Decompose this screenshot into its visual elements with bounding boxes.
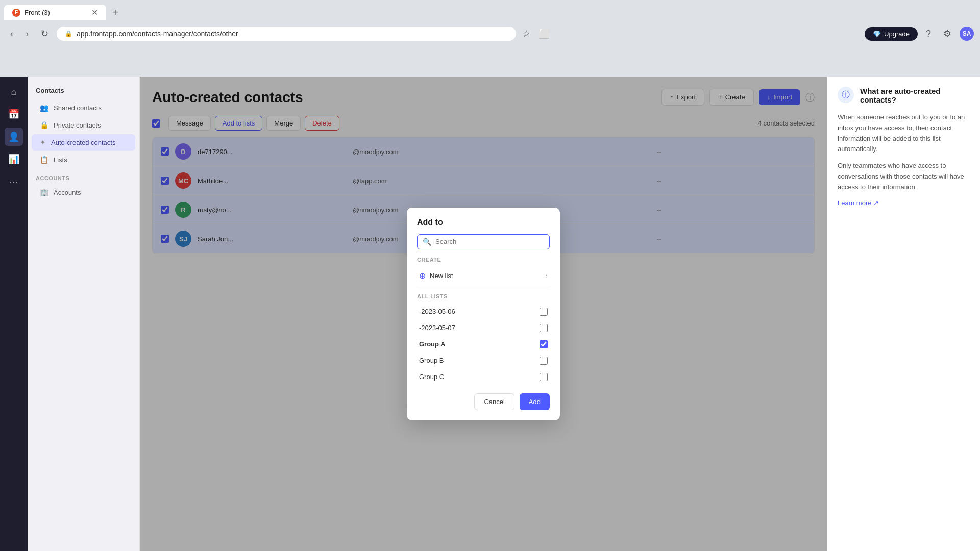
tab-favicon: F [12, 9, 20, 17]
accounts-section-title: Accounts [28, 169, 139, 183]
shared-contacts-icon: 👥 [40, 104, 48, 112]
info-panel-header: ⓘ What are auto-created contacts? [838, 87, 970, 104]
auto-created-label: Auto-created contacts [51, 139, 115, 146]
gem-icon: 💎 [873, 30, 881, 38]
list-checkbox[interactable] [540, 324, 548, 332]
info-panel-body2: Only teammates who have access to conver… [838, 161, 970, 192]
list-label: Group B [419, 357, 444, 364]
url-bar[interactable]: 🔒 app.frontapp.com/contacts-manager/cont… [57, 27, 516, 41]
url-text: app.frontapp.com/contacts-manager/contac… [77, 30, 508, 38]
list-label: Group A [419, 340, 446, 348]
contacts-icon-button[interactable]: 👤 [5, 128, 23, 146]
list-checkbox[interactable] [540, 308, 548, 316]
accounts-icon: 🏢 [40, 188, 48, 196]
list-item-group-c[interactable]: Group C [417, 369, 550, 385]
calendar-icon-button[interactable]: 📅 [5, 105, 23, 123]
accounts-label: Accounts [54, 189, 81, 196]
list-checkbox[interactable] [540, 373, 548, 381]
shared-contacts-label: Shared contacts [54, 104, 102, 112]
modal-overlay: Add to 🔍 Create ⊕ New list › All lists -… [140, 77, 827, 551]
sidebar-item-lists[interactable]: 📋 Lists [32, 152, 135, 168]
bookmark-button[interactable]: ☆ [520, 26, 532, 41]
create-section-label: Create [417, 257, 550, 263]
add-to-modal: Add to 🔍 Create ⊕ New list › All lists -… [407, 208, 560, 420]
list-item-group-a[interactable]: Group A [417, 336, 550, 353]
help-button[interactable]: ? [922, 27, 935, 41]
back-button[interactable]: ‹ [6, 27, 17, 41]
new-tab-button[interactable]: + [106, 5, 125, 20]
info-panel-title: What are auto-created contacts? [860, 87, 970, 104]
info-panel-body1: When someone reaches out to you or to an… [838, 112, 970, 155]
auto-created-icon: ✦ [40, 138, 46, 146]
forward-button[interactable]: › [21, 27, 33, 41]
analytics-icon-button[interactable]: 📊 [5, 150, 23, 168]
cancel-button[interactable]: Cancel [474, 393, 514, 410]
add-button[interactable]: Add [520, 393, 550, 410]
modal-divider [417, 289, 550, 289]
contacts-section-title: Contacts [28, 85, 139, 98]
tab-close-button[interactable]: ✕ [91, 8, 98, 17]
info-panel-icon: ⓘ [838, 87, 854, 103]
sidebar-item-private-contacts[interactable]: 🔒 Private contacts [32, 117, 135, 133]
list-item-2023-05-07[interactable]: -2023-05-07 [417, 320, 550, 336]
list-item-2023-05-06[interactable]: -2023-05-06 [417, 304, 550, 320]
list-checkbox[interactable] [540, 357, 548, 365]
settings-button[interactable]: ⚙ [939, 26, 955, 41]
modal-footer: Cancel Add [417, 393, 550, 410]
sidebar-item-auto-created[interactable]: ✦ Auto-created contacts [32, 134, 135, 151]
arrow-icon: › [545, 271, 548, 280]
list-label: -2023-05-06 [419, 308, 455, 315]
new-list-item[interactable]: ⊕ New list › [417, 267, 550, 285]
new-list-label: New list [430, 272, 541, 280]
main-content: Auto-created contacts ↑ Export + Create … [140, 77, 827, 551]
extension-button[interactable]: ⬜ [536, 26, 552, 41]
lists-icon: 📋 [40, 156, 48, 164]
upgrade-button[interactable]: 💎 Upgrade [865, 27, 918, 41]
list-item-group-b[interactable]: Group B [417, 353, 550, 369]
list-checkbox[interactable] [540, 340, 548, 348]
private-contacts-icon: 🔒 [40, 121, 48, 129]
nav-sidebar: Contacts 👥 Shared contacts 🔒 Private con… [28, 77, 140, 551]
modal-title: Add to [417, 218, 550, 227]
private-contacts-label: Private contacts [54, 121, 101, 129]
more-icon-button[interactable]: ⋯ [5, 172, 23, 191]
all-lists-label: All lists [417, 293, 550, 299]
user-avatar[interactable]: SA [960, 27, 974, 41]
tab-title: Front (3) [24, 9, 50, 16]
list-label: -2023-05-07 [419, 324, 455, 332]
external-link-icon: ↗ [873, 199, 879, 207]
list-label: Group C [419, 373, 444, 381]
home-icon-button[interactable]: ⌂ [5, 83, 23, 101]
lock-icon: 🔒 [65, 30, 72, 37]
plus-icon: ⊕ [419, 271, 426, 281]
learn-more-link[interactable]: Learn more ↗ [838, 199, 970, 207]
modal-search-container[interactable]: 🔍 [417, 234, 550, 249]
icon-sidebar: ⌂ 📅 👤 📊 ⋯ [0, 77, 28, 551]
reload-button[interactable]: ↻ [37, 26, 53, 41]
modal-search-input[interactable] [435, 238, 544, 245]
search-icon: 🔍 [423, 238, 431, 246]
active-tab[interactable]: F Front (3) ✕ [4, 5, 106, 20]
sidebar-item-accounts[interactable]: 🏢 Accounts [32, 184, 135, 201]
sidebar-item-shared-contacts[interactable]: 👥 Shared contacts [32, 99, 135, 116]
lists-label: Lists [54, 156, 67, 164]
info-panel: ⓘ What are auto-created contacts? When s… [827, 77, 980, 551]
